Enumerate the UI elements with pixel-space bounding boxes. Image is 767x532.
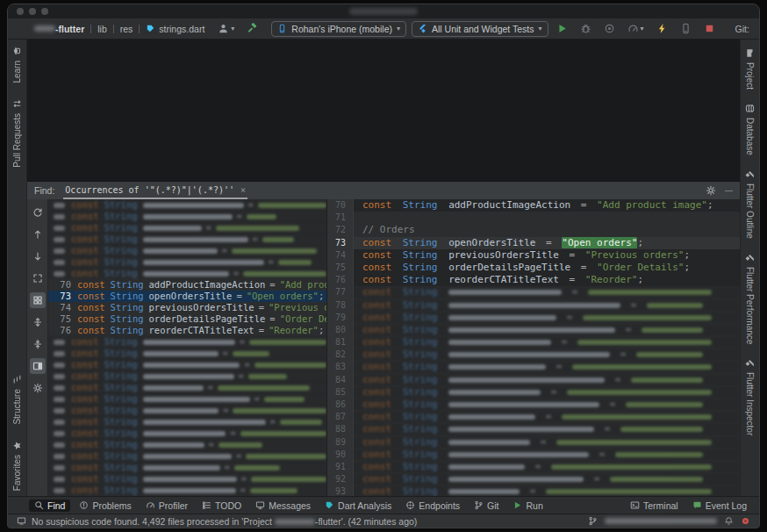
zoom-window-button[interactable] [41, 8, 48, 15]
git-branch-icon[interactable] [588, 516, 598, 526]
result-row-redacted[interactable]: constString= [48, 393, 326, 405]
tool-stripe-flutter-inspector[interactable]: Flutter Inspector [745, 358, 755, 435]
result-row-redacted[interactable]: constString= [48, 234, 326, 245]
tool-stripe-pull-requests[interactable]: Pull Requests [12, 99, 22, 168]
preview-line[interactable]: 74const String previousOrdersTitle = "Pr… [327, 249, 740, 262]
run-config-dropdown[interactable]: All Unit and Widget Tests ▾ [412, 21, 548, 37]
user-profile-button[interactable]: ▾ [215, 22, 237, 35]
preview-line[interactable]: 79const String = [327, 312, 740, 324]
result-row-redacted[interactable]: constString= [48, 348, 326, 359]
preview-line[interactable]: 78const String = [327, 299, 740, 312]
preview-line[interactable]: 91const String = [327, 461, 740, 473]
result-row-redacted[interactable]: constString= [48, 462, 326, 473]
tool-stripe-flutter-outline[interactable]: Flutter Outline [745, 169, 755, 239]
preview-line[interactable]: 70const String addProductImageAction = "… [327, 199, 740, 212]
tool-stripe-favorites[interactable]: Favorites [12, 441, 22, 491]
result-row-redacted[interactable]: constString= [48, 199, 326, 211]
preview-line[interactable]: 75const String orderDetailsPageTitle = "… [327, 262, 740, 274]
find-results-tab[interactable]: Occurrences of '"(.*?)"|'(.*?)'' × [63, 182, 247, 199]
tool-stripe-project[interactable]: Project [745, 48, 755, 90]
coverage-button[interactable] [601, 22, 618, 35]
preview-line[interactable]: 77const String = [327, 286, 740, 298]
hot-reload-button[interactable] [654, 22, 670, 35]
previous-occurrence-button[interactable] [30, 226, 46, 242]
expand-all-button[interactable] [30, 314, 46, 330]
result-row[interactable]: 74constStringpreviousOrdersTitle="Previo… [48, 302, 326, 313]
preview-line[interactable]: 72// Orders [327, 224, 740, 236]
preview-line[interactable]: 89const String = [327, 436, 740, 449]
result-row-redacted[interactable]: constString= [48, 256, 326, 268]
breadcrumb-res[interactable]: res [120, 24, 133, 34]
update-project-button[interactable] [755, 22, 760, 35]
preview-line[interactable]: 87const String = [327, 411, 740, 423]
result-row-redacted[interactable]: constString= [48, 473, 326, 485]
preview-line[interactable]: 90const String = [327, 449, 740, 461]
editor-area[interactable] [27, 40, 740, 182]
tool-window-button-todo[interactable]: TODO [197, 500, 247, 512]
tool-window-button-dart-analysis[interactable]: Dart Analysis [319, 500, 397, 512]
attach-device-button[interactable] [677, 22, 694, 35]
tool-stripe-structure[interactable]: Structure [12, 375, 22, 425]
preview-line[interactable]: 93const String = [327, 485, 740, 496]
preview-line[interactable]: 86const String = [327, 399, 740, 411]
collapse-all-button[interactable] [30, 336, 46, 352]
result-row[interactable]: 70constStringaddProductImageAction="Add … [48, 279, 326, 291]
run-button[interactable] [554, 22, 570, 35]
minimize-window-button[interactable] [29, 8, 36, 15]
tool-window-button-terminal[interactable]: Terminal [625, 500, 684, 512]
result-row-redacted[interactable]: constString= [48, 245, 326, 256]
result-row-redacted[interactable]: constString= [48, 370, 326, 382]
preview-line[interactable]: 85const String = [327, 386, 740, 399]
result-row[interactable]: 75constStringorderDetailsPageTitle="Orde… [48, 313, 326, 325]
result-row-redacted[interactable]: constString= [48, 428, 326, 439]
tool-window-button-profiler[interactable]: Profiler [140, 500, 193, 512]
tool-window-button-find[interactable]: Find [29, 500, 70, 512]
next-occurrence-button[interactable] [30, 248, 46, 264]
tool-window-button-event-log[interactable]: Event Log [687, 500, 752, 512]
result-row-redacted[interactable]: constString= [48, 439, 326, 450]
preview-line[interactable]: 82const String = [327, 349, 740, 361]
result-row-redacted[interactable]: constString= [48, 336, 326, 348]
result-row-redacted[interactable]: constString= [48, 211, 326, 222]
preview-line[interactable]: 71 [327, 212, 740, 224]
hide-panel-button[interactable]: — [725, 186, 733, 195]
preview-line[interactable]: 76const String reorderCTATitleText = "Re… [327, 274, 740, 286]
preview-line[interactable]: 83const String = [327, 361, 740, 373]
notifications-icon[interactable] [724, 516, 734, 526]
tool-stripe-learn[interactable]: Learn [12, 47, 22, 83]
profile-button[interactable]: ▾ [625, 22, 647, 35]
debug-button[interactable] [577, 22, 594, 35]
tool-stripe-database[interactable]: Database [745, 104, 755, 155]
close-icon[interactable]: × [240, 185, 246, 195]
ide-error-indicator-icon[interactable] [741, 516, 750, 526]
tool-window-button-run[interactable]: Run [507, 500, 548, 512]
breadcrumb-project[interactable]: -flutter [34, 24, 84, 34]
find-header-settings-icon[interactable] [706, 185, 716, 196]
rerun-find-button[interactable] [30, 205, 46, 220]
result-row[interactable]: 73constStringopenOrdersTitle="Open order… [48, 291, 326, 302]
tool-window-button-git[interactable]: Git [469, 500, 504, 512]
preview-line[interactable]: 92const String = [327, 473, 740, 485]
result-row-redacted[interactable]: constString= [48, 359, 326, 370]
close-window-button[interactable] [17, 8, 24, 15]
tool-window-button-endpoints[interactable]: Endpoints [400, 500, 465, 512]
find-settings-button[interactable] [30, 380, 46, 396]
stop-button[interactable] [701, 22, 718, 35]
result-row-redacted[interactable]: constString= [48, 222, 326, 234]
tool-stripe-flutter-performance[interactable]: Flutter Performance [745, 253, 755, 344]
result-row-redacted[interactable]: constString= [48, 382, 326, 393]
result-row-redacted[interactable]: constString= [48, 450, 326, 462]
preview-line[interactable]: 84const String = [327, 374, 740, 386]
navigate-source-button[interactable] [30, 270, 46, 286]
preview-line[interactable]: 73const String openOrdersTitle = "Open o… [327, 237, 740, 249]
preview-line[interactable]: 81const String = [327, 336, 740, 349]
preview-line[interactable]: 80const String = [327, 324, 740, 336]
breadcrumb-file[interactable]: strings.dart [146, 24, 204, 34]
result-row-redacted[interactable]: constString= [48, 485, 326, 496]
result-row[interactable]: 76constStringreorderCTATitleText="Reorde… [48, 325, 326, 336]
tool-window-button-problems[interactable]: Problems [74, 500, 136, 512]
preview-line[interactable]: 88const String = [327, 423, 740, 435]
tool-window-button-messages[interactable]: Messages [250, 500, 316, 512]
group-by-button[interactable] [30, 292, 46, 308]
result-row-redacted[interactable]: constString= [48, 405, 326, 416]
